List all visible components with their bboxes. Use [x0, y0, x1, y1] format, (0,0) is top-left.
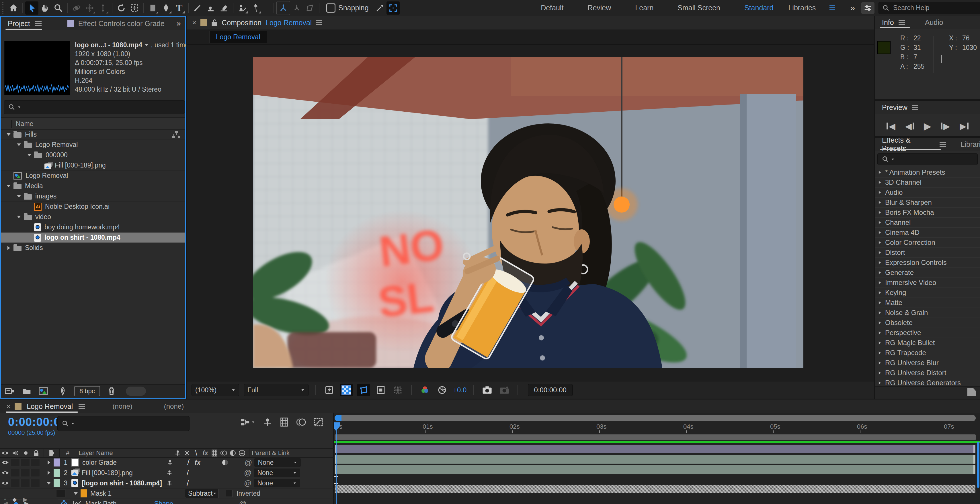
- project-columns-header[interactable]: Name: [1, 117, 185, 130]
- layer-name[interactable]: [logo on shirt - 1080.mp4]: [82, 479, 165, 487]
- layer-label-color[interactable]: [54, 458, 60, 466]
- tab-preview[interactable]: Preview: [882, 103, 907, 112]
- shy-toggle[interactable]: [165, 480, 174, 486]
- collapse-column-icon[interactable]: [182, 450, 191, 456]
- transparency-grid-icon[interactable]: [340, 384, 353, 396]
- effects-category-row[interactable]: Immersive Video: [875, 278, 980, 288]
- workspace-item[interactable]: Default: [529, 4, 576, 12]
- project-tree-row[interactable]: video: [1, 212, 185, 222]
- solo-column-icon[interactable]: [21, 451, 31, 455]
- project-tree-row[interactable]: Logo Removal: [1, 140, 185, 150]
- mask-label-color[interactable]: [81, 490, 87, 498]
- chevron-right-icon[interactable]: [879, 301, 881, 304]
- tab-info[interactable]: Info: [882, 18, 894, 27]
- chevron-right-icon[interactable]: [879, 351, 881, 354]
- panel-menu-icon[interactable]: [316, 20, 322, 21]
- new-folder-icon[interactable]: [22, 387, 31, 395]
- breadcrumb[interactable]: Logo Removal: [209, 31, 267, 43]
- parent-link-column-label[interactable]: Parent & Link: [252, 449, 290, 457]
- layer-bar-2[interactable]: [335, 455, 975, 464]
- expander-icon[interactable]: [4, 185, 13, 187]
- chevron-right-icon[interactable]: [879, 331, 881, 334]
- effects-category-row[interactable]: Perspective: [875, 328, 980, 338]
- camera-tool[interactable]: [128, 2, 141, 14]
- project-tree-row[interactable]: 000000: [1, 150, 185, 160]
- project-tree-row[interactable]: logo on shirt - 1080.mp4: [1, 233, 185, 243]
- workspace-item[interactable]: Learn: [623, 4, 665, 12]
- new-composition-icon[interactable]: [39, 387, 48, 395]
- channels-icon[interactable]: [418, 384, 431, 396]
- tab-audio[interactable]: Audio: [925, 18, 943, 27]
- composition-mini-flowchart-icon[interactable]: [240, 418, 255, 426]
- tab-effect-controls[interactable]: Effect Controls color Grade: [67, 19, 165, 28]
- timeline-track-area[interactable]: 0s01s02s03s04s05s06s07s: [334, 413, 980, 504]
- work-area-bar[interactable]: [335, 434, 976, 440]
- tab-libraries[interactable]: Librari: [961, 140, 980, 149]
- fx-column-icon[interactable]: fx: [201, 449, 210, 457]
- layer-name[interactable]: Fill [000-189].png: [82, 469, 165, 477]
- exposure-shutter-icon[interactable]: [436, 384, 449, 396]
- pickwhip-icon[interactable]: @: [245, 458, 252, 467]
- mask-row[interactable]: Mask 1 Subtract Inverted: [0, 488, 334, 499]
- composition-viewer[interactable]: NO SL: [187, 45, 874, 381]
- expander-icon[interactable]: [4, 133, 13, 136]
- layer-row-3[interactable]: 3 [logo on shirt - 1080.mp4] / @ None: [0, 478, 334, 488]
- project-tree-row[interactable]: Solids: [1, 243, 185, 253]
- snap-bounds-toggle[interactable]: [387, 2, 400, 14]
- effects-category-row[interactable]: Audio: [875, 187, 980, 198]
- effects-category-row[interactable]: Generate: [875, 268, 980, 278]
- expander-icon[interactable]: [14, 195, 24, 198]
- expand-in-out-icon[interactable]: ◦: [4, 496, 6, 503]
- effects-category-row[interactable]: Noise & Grain: [875, 308, 980, 318]
- text-tool[interactable]: T: [173, 2, 186, 14]
- panel-menu-icon[interactable]: [940, 142, 946, 143]
- project-tree-row[interactable]: Fill [000-189].png: [1, 160, 185, 171]
- pen-tool[interactable]: [159, 2, 173, 14]
- graph-editor-icon[interactable]: [314, 417, 323, 427]
- expander-icon[interactable]: [14, 216, 24, 218]
- chevron-right-icon[interactable]: [879, 281, 881, 284]
- new-animation-preset-icon[interactable]: [967, 388, 976, 396]
- chevron-right-icon[interactable]: [879, 371, 881, 374]
- effects-category-row[interactable]: RG Universe Blur: [875, 358, 980, 368]
- eye-icon[interactable]: [0, 480, 10, 486]
- video-frame[interactable]: NO SL: [253, 57, 803, 368]
- close-icon[interactable]: ×: [6, 402, 11, 411]
- effects-category-row[interactable]: Color Correction: [875, 238, 980, 248]
- layer-bar-1[interactable]: [335, 445, 975, 453]
- workspace-overflow[interactable]: »: [844, 3, 861, 13]
- effects-category-row[interactable]: Obsolete: [875, 318, 980, 328]
- mask-inverted-checkbox[interactable]: [226, 490, 232, 497]
- rotate-tool[interactable]: [115, 2, 128, 14]
- last-frame-button[interactable]: ▶: [959, 120, 969, 132]
- pickwhip-icon[interactable]: @: [239, 499, 247, 504]
- hand-tool[interactable]: [38, 2, 52, 14]
- motion-blur-toggle-icon[interactable]: [296, 417, 306, 427]
- previous-frame-button[interactable]: ◀: [905, 120, 914, 132]
- parent-dropdown[interactable]: None: [254, 479, 300, 487]
- effects-category-row[interactable]: RG Trapcode: [875, 348, 980, 358]
- panel-menu-icon[interactable]: [35, 21, 41, 22]
- effects-category-row[interactable]: RG Universe Distort: [875, 368, 980, 378]
- toolbar-grip[interactable]: [1, 2, 5, 14]
- project-tree-row[interactable]: Noble Desktop Icon.ai: [1, 201, 185, 212]
- snap-to-edges-icon[interactable]: [373, 2, 387, 14]
- workspace-item[interactable]: Small Screen: [665, 4, 732, 12]
- brush-tool[interactable]: [191, 2, 204, 14]
- effects-category-row[interactable]: Channel: [875, 218, 980, 228]
- search-options-icon[interactable]: [18, 106, 21, 108]
- magnification-dropdown[interactable]: (100%): [191, 384, 239, 396]
- chevron-right-icon[interactable]: [879, 311, 881, 314]
- tab-overflow-chevrons[interactable]: »: [176, 19, 181, 28]
- effects-category-row[interactable]: Blur & Sharpen: [875, 198, 980, 208]
- snapping-checkbox[interactable]: [326, 3, 336, 13]
- quality-column-icon[interactable]: \: [191, 449, 201, 458]
- chevron-right-icon[interactable]: [879, 341, 881, 344]
- eraser-tool[interactable]: [217, 2, 231, 14]
- tab-timeline-logo-removal[interactable]: Logo Removal: [27, 403, 73, 410]
- panel-menu-icon[interactable]: [899, 20, 905, 21]
- mask-visibility-icon[interactable]: [357, 384, 370, 396]
- effects-category-row[interactable]: Expression Controls: [875, 258, 980, 268]
- chevron-right-icon[interactable]: [879, 271, 881, 274]
- project-tree-row[interactable]: Fills: [1, 130, 185, 140]
